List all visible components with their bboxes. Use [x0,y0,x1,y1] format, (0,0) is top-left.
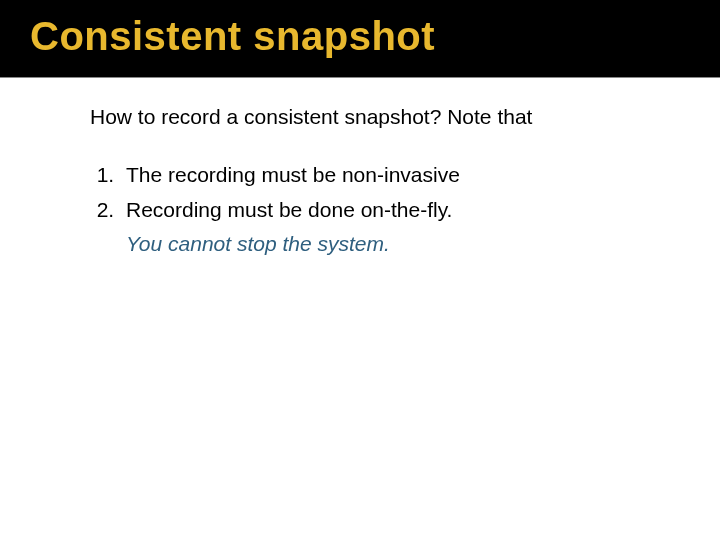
points-list: The recording must be non-invasive Recor… [90,160,680,225]
slide: Consistent snapshot How to record a cons… [0,0,720,540]
intro-text: How to record a consistent snapshot? Not… [90,102,680,132]
slide-title: Consistent snapshot [30,14,435,58]
list-item: Recording must be done on-the-fly. [120,195,680,225]
item1-strong: non-invasive [342,163,460,186]
title-bar: Consistent snapshot [0,0,720,78]
list-item: The recording must be non-invasive [120,160,680,190]
item2-text: Recording must be done on-the-fly. [126,198,452,221]
slide-body: How to record a consistent snapshot? Not… [0,78,720,260]
emphasis-text: You cannot stop the system. [126,229,680,259]
item1-prefix: The recording must be [126,163,342,186]
